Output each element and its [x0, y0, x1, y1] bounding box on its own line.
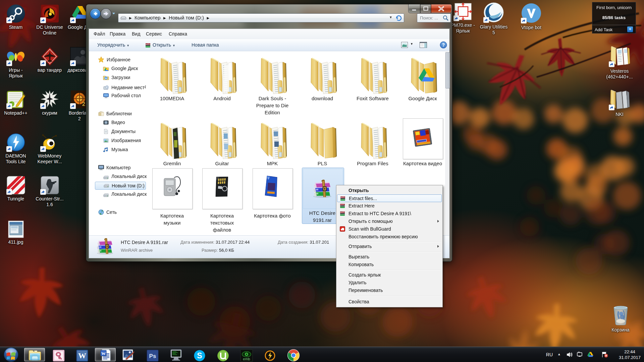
svg-text:W: W: [101, 351, 106, 356]
svg-text:?: ?: [442, 42, 445, 48]
svg-text:emb: emb: [243, 357, 250, 361]
svg-text:S: S: [197, 351, 202, 360]
svg-text:W: W: [78, 351, 86, 360]
svg-text:Ps: Ps: [149, 353, 156, 359]
svg-text:2: 2: [82, 101, 85, 107]
